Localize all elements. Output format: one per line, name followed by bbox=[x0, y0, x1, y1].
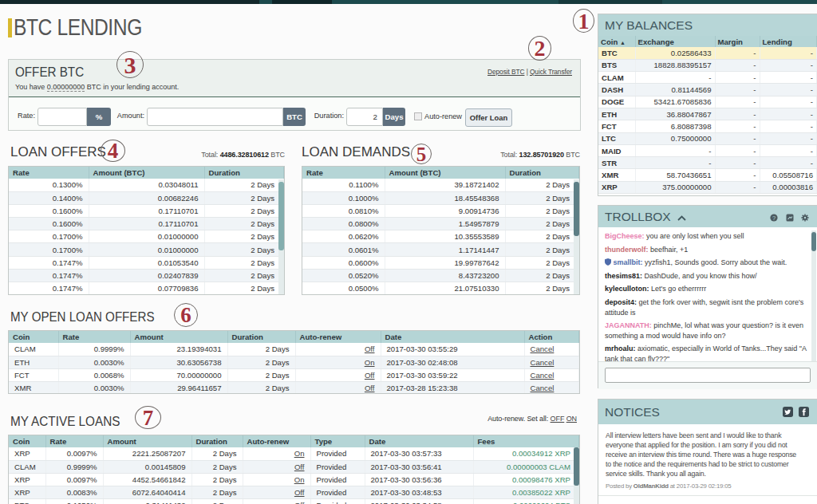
svg-text:?: ? bbox=[772, 215, 776, 222]
